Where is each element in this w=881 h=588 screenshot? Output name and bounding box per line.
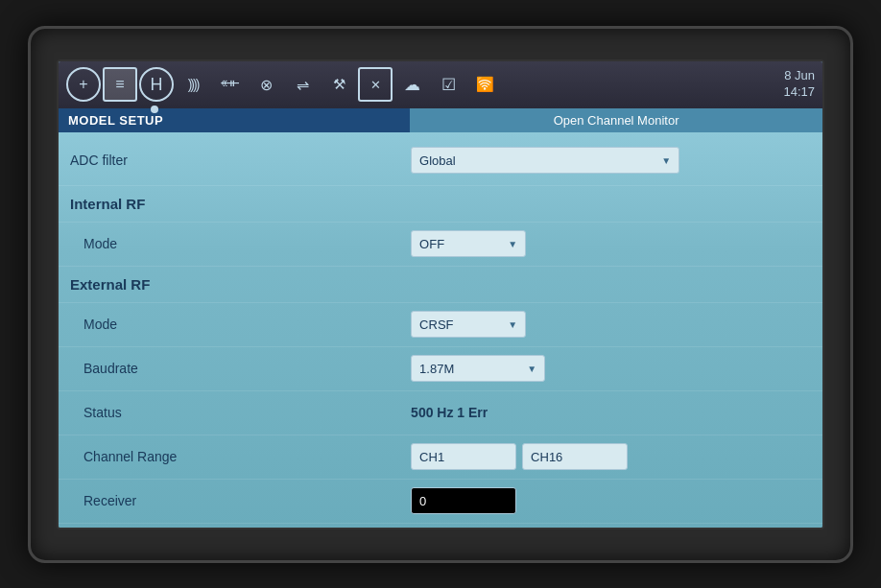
receiver-value-area: 0 bbox=[411, 487, 811, 514]
adc-filter-row: ADC filter Global ▼ bbox=[59, 136, 822, 186]
internal-rf-mode-row: Mode OFF ▼ bbox=[59, 223, 822, 267]
receiver-label: Receiver bbox=[70, 493, 411, 508]
screen: + ≡ H )))) ⬵ ⊗ ⇌ ⚒ ✕ bbox=[57, 59, 824, 529]
menu-icon[interactable]: ≡ bbox=[103, 67, 137, 102]
channel-range-label: Channel Range bbox=[70, 449, 411, 464]
external-rf-header-row: External RF bbox=[59, 267, 822, 303]
signal-icon[interactable]: )))) bbox=[176, 67, 210, 102]
channel-to-box[interactable]: CH16 bbox=[522, 443, 628, 470]
adc-filter-value: Global ▼ bbox=[411, 147, 811, 174]
adc-filter-label: ADC filter bbox=[70, 153, 411, 168]
receiver-value-text: 0 bbox=[419, 494, 426, 508]
baudrate-selected: 1.87M bbox=[419, 362, 454, 376]
external-rf-mode-label: Mode bbox=[70, 317, 411, 332]
toolbar: + ≡ H )))) ⬵ ⊗ ⇌ ⚒ ✕ bbox=[59, 61, 822, 108]
receiver-input-box[interactable]: 0 bbox=[411, 487, 516, 514]
channel-to-text: CH16 bbox=[531, 450, 562, 464]
internal-rf-header-row: Internal RF bbox=[59, 186, 822, 223]
status-row: Status 500 Hz 1 Err bbox=[59, 391, 822, 435]
receiver-row: Receiver 0 bbox=[59, 480, 822, 524]
channel-range-value-area: CH1 CH16 bbox=[411, 443, 811, 470]
cursor-icon[interactable]: ⬵ bbox=[212, 67, 247, 102]
checkbox-icon[interactable]: ☑ bbox=[431, 67, 465, 102]
cloud-icon[interactable]: ☁ bbox=[394, 67, 429, 102]
channel-range-row: Channel Range CH1 CH16 bbox=[59, 435, 822, 480]
internal-rf-mode-arrow: ▼ bbox=[508, 239, 517, 249]
external-rf-mode-value: CRSF ▼ bbox=[411, 311, 811, 338]
content-area: ADC filter Global ▼ Internal RF Mode bbox=[59, 132, 822, 528]
baudrate-label: Baudrate bbox=[70, 361, 411, 376]
channel-from-text: CH1 bbox=[419, 450, 444, 464]
internal-rf-mode-selected: OFF bbox=[419, 237, 444, 251]
header-row: MODEL SETUP Open Channel Monitor bbox=[59, 108, 822, 132]
status-label: Status bbox=[70, 405, 411, 420]
model-setup-header: MODEL SETUP bbox=[59, 108, 410, 132]
antenna-icon[interactable]: ⚒ bbox=[321, 67, 356, 102]
date-display: 8 Jun bbox=[783, 68, 815, 84]
external-rf-mode-dropdown[interactable]: CRSF ▼ bbox=[411, 311, 526, 338]
external-rf-mode-arrow: ▼ bbox=[508, 319, 517, 330]
baudrate-dropdown[interactable]: 1.87M ▼ bbox=[411, 355, 545, 382]
datetime: 8 Jun 14:17 bbox=[783, 68, 815, 101]
toolbar-icons: + ≡ H )))) ⬵ ⊗ ⇌ ⚒ ✕ bbox=[66, 67, 783, 102]
plus-circle-icon[interactable]: + bbox=[66, 67, 101, 102]
internal-rf-mode-dropdown[interactable]: OFF ▼ bbox=[411, 230, 526, 257]
wifi-icon[interactable]: 🛜 bbox=[467, 67, 502, 102]
status-value-area: 500 Hz 1 Err bbox=[411, 405, 811, 420]
external-rf-mode-row: Mode CRSF ▼ bbox=[59, 303, 822, 347]
external-rf-mode-selected: CRSF bbox=[419, 318, 453, 332]
box-x-icon[interactable]: ✕ bbox=[358, 67, 393, 102]
internal-rf-mode-label: Mode bbox=[70, 236, 411, 251]
adc-filter-arrow: ▼ bbox=[661, 155, 671, 166]
device-frame: + ≡ H )))) ⬵ ⊗ ⇌ ⚒ ✕ bbox=[28, 26, 853, 563]
internal-rf-label: Internal RF bbox=[70, 196, 411, 212]
status-text: 500 Hz 1 Err bbox=[411, 405, 488, 420]
baudrate-value: 1.87M ▼ bbox=[411, 355, 811, 382]
crosshair-icon[interactable]: ⊗ bbox=[249, 67, 283, 102]
baudrate-arrow: ▼ bbox=[527, 364, 536, 374]
internal-rf-mode-value: OFF ▼ bbox=[411, 230, 811, 257]
adc-filter-dropdown[interactable]: Global ▼ bbox=[411, 147, 679, 174]
indicator-dot bbox=[151, 106, 158, 113]
time-display: 14:17 bbox=[783, 84, 815, 101]
open-channel-monitor-header: Open Channel Monitor bbox=[410, 108, 822, 132]
baudrate-row: Baudrate 1.87M ▼ bbox=[59, 347, 822, 391]
channel-from-box[interactable]: CH1 bbox=[411, 443, 516, 470]
home-icon[interactable]: H bbox=[139, 67, 174, 102]
run-icon[interactable]: ⇌ bbox=[285, 67, 320, 102]
external-rf-label: External RF bbox=[70, 276, 411, 293]
adc-filter-selected: Global bbox=[419, 153, 456, 168]
